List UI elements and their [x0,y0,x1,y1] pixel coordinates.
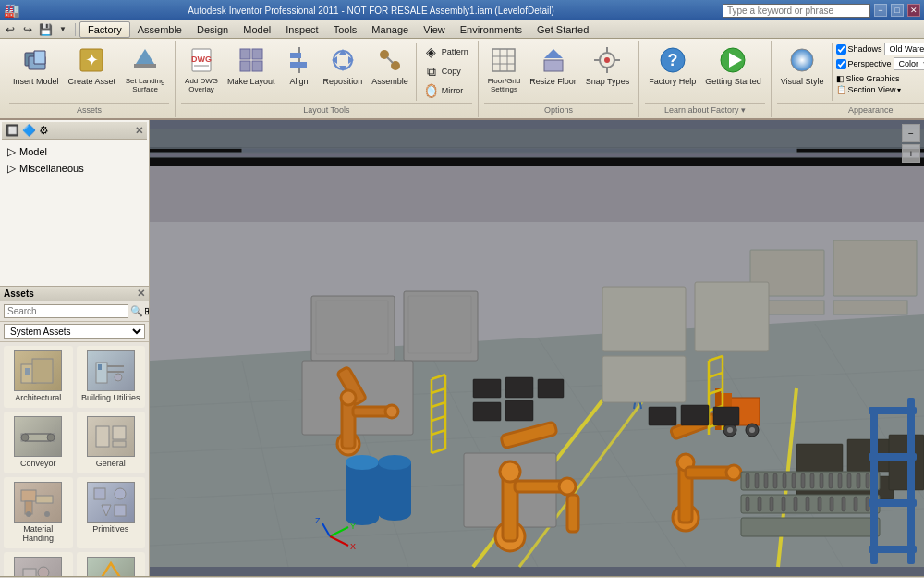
model-tree-close[interactable]: ✕ [135,126,143,136]
svg-point-42 [791,49,813,71]
qat-save[interactable]: 💾 [37,21,54,38]
zoom-in-button[interactable]: − [902,124,920,142]
view-icon: ⊞ [144,305,149,317]
menu-inspect[interactable]: Inspect [278,22,325,37]
asset-material-handling[interactable]: Material Handing [4,477,73,549]
factory-help-button[interactable]: ? Factory Help [645,43,699,89]
assemble-icon [375,45,405,75]
assemble-button[interactable]: Assemble [368,43,412,89]
svg-rect-30 [544,60,563,71]
asset-search-btn[interactable]: 🔍 ⊞ ⋮ ▶ [130,305,149,317]
asset-panel: Assets ✕ 🔍 ⊞ ⋮ ▶ System Assets My Assets [0,287,149,576]
slice-graphics-icon: ◧ [836,74,845,83]
make-layout-button[interactable]: Make Layout [224,43,279,89]
menu-get-started[interactable]: Get Started [529,22,596,37]
menu-assemble[interactable]: Assemble [130,22,189,37]
svg-rect-155 [792,473,796,488]
copy-button[interactable]: ⧉ Copy [420,62,472,80]
qat-undo[interactable]: ↩ [2,21,18,38]
copy-icon: ⧉ [424,64,439,79]
svg-rect-99 [796,444,843,472]
add-dwg-button[interactable]: DWG Add DWGOverlay [181,43,222,96]
conveyor-label: Conveyor [20,459,56,469]
insert-model-button[interactable]: Insert Model [9,43,63,89]
mirror-button[interactable]: 🪞 Mirror [420,81,472,100]
section-view-icon: 📋 [836,85,846,94]
shadows-checkbox[interactable] [836,44,846,55]
svg-rect-164 [746,497,749,511]
architectural-thumb [14,350,62,391]
getting-started-button[interactable]: Getting Started [701,43,765,89]
asset-safety-equipment[interactable]: ! Safety Equipment [77,552,146,576]
pattern-button[interactable]: ◈ Pattern [420,43,472,61]
maximize-button[interactable]: □ [891,4,904,17]
menu-factory[interactable]: Factory [79,21,130,38]
menu-environments[interactable]: Environments [453,22,529,37]
svg-rect-190 [870,407,878,564]
qat-redo[interactable]: ↪ [19,21,36,38]
svg-rect-160 [838,473,842,488]
perspective-select[interactable]: Color [894,57,924,70]
menu-tools[interactable]: Tools [326,22,365,37]
svg-text:X: X [350,542,356,551]
svg-point-131 [341,390,356,405]
menu-view[interactable]: View [416,22,453,37]
svg-rect-117 [404,291,478,361]
ribbon-group-assets: Insert Model ✦ Create Asset Set Landing … [4,41,176,117]
asset-primitives[interactable]: Primitives [77,477,146,549]
snap-types-button[interactable]: Snap Types [582,43,633,89]
svg-rect-156 [801,473,805,488]
asset-process-equipment[interactable]: Process Equipment [4,552,73,576]
menu-model[interactable]: Model [236,22,278,37]
asset-search-area: 🔍 ⊞ ⋮ ▶ [0,301,149,322]
asset-architectural[interactable]: Architectural [4,346,73,408]
svg-rect-167 [782,497,785,511]
search-input[interactable] [723,4,870,18]
layout-tools-group-label: Layout Tools [181,103,472,115]
tree-item-model[interactable]: ▷ Model [4,143,145,160]
svg-rect-61 [36,496,53,503]
menu-manage[interactable]: Manage [364,22,416,37]
svg-rect-96 [833,240,917,296]
svg-rect-16 [290,62,307,68]
main-area: 🔲 🔷 ⚙ ✕ ▷ Model ▷ Miscellaneous A [0,120,924,576]
create-asset-button[interactable]: ✦ Create Asset [65,43,120,89]
svg-rect-57 [113,426,126,439]
make-layout-icon [237,45,266,75]
zoom-out-button[interactable]: + [902,144,920,163]
svg-rect-158 [820,473,823,488]
shadows-select[interactable]: Old Warehouse [884,43,924,55]
menu-design[interactable]: Design [189,22,236,37]
svg-rect-91 [150,129,924,148]
asset-general[interactable]: General [77,412,146,473]
asset-building-utilities[interactable]: Building Utilities [77,346,146,408]
tree-icon-1: 🔲 [6,124,19,137]
asset-type-select[interactable]: System Assets My Assets Project Assets [4,324,145,339]
asset-search-input[interactable] [4,304,128,318]
svg-rect-150 [746,473,749,488]
svg-rect-194 [869,499,917,507]
perspective-checkbox[interactable] [836,59,846,69]
resize-floor-button[interactable]: Resize Floor [526,43,580,89]
asset-panel-close[interactable]: ✕ [137,289,145,299]
asset-panel-header: Assets ✕ [0,287,149,301]
viewport[interactable]: Y X Z − + [150,120,924,576]
minimize-button[interactable]: − [874,4,887,17]
qat-dropdown[interactable]: ▼ [55,21,71,38]
visual-style-button[interactable]: Visual Style [777,43,828,89]
svg-point-52 [21,434,29,441]
align-button[interactable]: Align [281,43,318,89]
floor-grid-settings-button[interactable]: Floor/GridSettings [484,43,525,96]
asset-conveyor[interactable]: Conveyor [4,412,73,473]
reposition-button[interactable]: Reposition [320,43,367,89]
general-label: General [96,459,126,469]
snap-types-icon [592,45,622,75]
svg-rect-196 [473,379,501,398]
svg-rect-67 [115,505,126,516]
close-button[interactable]: ✕ [907,4,920,17]
tree-item-miscellaneous[interactable]: ▷ Miscellaneous [4,160,145,177]
set-landing-surface-button[interactable]: Set Landing Surface [121,43,169,96]
svg-marker-2 [34,51,45,64]
svg-marker-66 [102,505,111,516]
floor-grid-icon [489,45,518,75]
